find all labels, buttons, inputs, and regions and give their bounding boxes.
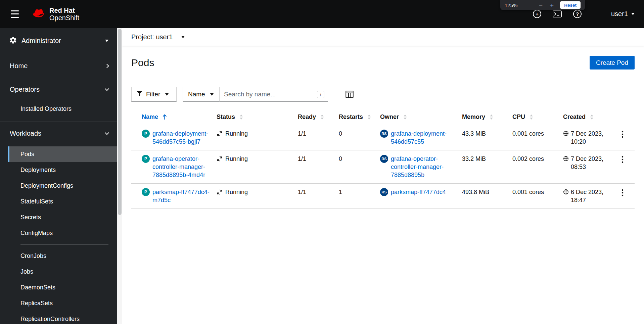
chevron-down-icon [210,93,214,96]
toolbar: Filter Name / [131,87,635,102]
sort-both-icon [403,114,407,120]
table-row: P grafana-deployment-546dd57c55-bgjl7 Ru… [131,125,635,150]
sidebar-scrollbar[interactable] [117,28,122,324]
pod-memory: 493.8 MiB [462,184,512,209]
sidebar-item-daemonsets[interactable]: DaemonSets [0,280,117,295]
brand-line2: OpenShift [49,14,79,21]
pod-name-link[interactable]: grafana-operator-controller-manager-7885… [152,155,214,179]
sort-both-icon [239,114,243,120]
pod-badge: P [142,188,150,196]
zoom-reset-button[interactable]: Reset [560,1,581,9]
pod-cpu: 0.002 cores [512,150,563,184]
search-attribute-dropdown[interactable]: Name [183,87,220,102]
pod-created: 7 Dec 2023, 10:20 [571,130,616,146]
owner-link[interactable]: grafana-operator-controller-manager-7885… [391,155,459,179]
chevron-down-icon [105,131,109,135]
column-header-restarts[interactable]: Restarts [339,109,380,125]
project-selector[interactable]: Project: user1 [131,33,185,41]
nav-label: Operators [10,86,40,93]
chevron-down-icon [631,13,635,15]
kebab-menu-button[interactable] [619,155,626,164]
sidebar-item-installed-operators[interactable]: Installed Operators [0,101,117,117]
owner-link[interactable]: parksmap-ff7477dc4 [391,188,446,196]
sort-both-icon [367,114,371,120]
column-header-owner[interactable]: Owner [380,109,462,125]
user-menu-button[interactable]: user1 [611,10,635,18]
redhat-openshift-logo[interactable]: Red Hat OpenShift [31,7,79,21]
column-header-memory[interactable]: Memory [462,109,512,125]
column-label: Created [563,113,586,121]
project-bar: Project: user1 [122,28,644,46]
pod-badge: P [142,130,150,138]
sidebar-nav: Administrator Home Operators Installed O… [0,28,117,324]
sidebar-item-jobs[interactable]: Jobs [0,264,117,280]
plus-circle-icon[interactable]: + [533,10,541,18]
column-header-cpu[interactable]: CPU [512,109,563,125]
sidebar-item-operators[interactable]: Operators [0,78,117,101]
column-header-created[interactable]: Created [563,109,619,125]
column-header-status[interactable]: Status [217,109,298,125]
sync-running-icon [217,189,223,195]
sidebar-item-replicationcontrollers[interactable]: ReplicationControllers [0,311,117,324]
zoom-in-button[interactable]: + [549,2,554,8]
filter-dropdown[interactable]: Filter [131,87,177,102]
create-pod-button[interactable]: Create Pod [590,56,635,70]
manage-columns-button[interactable] [346,91,354,98]
hamburger-menu-button[interactable] [10,10,20,18]
page-header: Pods Create Pod [122,46,644,70]
sidebar-item-pods[interactable]: Pods [8,146,117,162]
owner-link[interactable]: grafana-deployment-546dd57c55 [391,130,459,146]
nav-list: Home Operators Installed Operators Workl… [0,54,117,324]
pod-cpu: 0.001 cores [512,184,563,209]
sync-running-icon [217,131,223,137]
sidebar-item-deploymentconfigs[interactable]: DeploymentConfigs [0,178,117,194]
kebab-menu-button[interactable] [619,130,626,139]
search-shortcut-hint: / [317,91,324,98]
pod-created: 6 Dec 2023, 18:47 [571,188,616,204]
column-header-name[interactable]: Name [131,109,217,125]
nav-divider [20,244,108,245]
pod-name-link[interactable]: grafana-deployment-546dd57c55-bgjl7 [152,130,214,146]
filter-label: Filter [146,91,160,98]
replicaset-badge: RS [380,155,388,163]
pod-status: Running [225,155,248,163]
column-label: CPU [512,113,525,121]
column-label: Owner [380,113,399,121]
sidebar-item-cronjobs[interactable]: CronJobs [0,248,117,264]
sidebar-item-secrets[interactable]: Secrets [0,210,117,225]
page-title: Pods [131,57,154,69]
project-label: Project: [131,33,154,41]
question-circle-icon[interactable]: ? [573,10,582,18]
pods-table: Name Status Ready Restarts Owner Memory … [131,109,635,209]
search-input[interactable] [224,91,317,98]
pod-badge: P [142,155,150,163]
sort-asc-icon [163,114,167,120]
terminal-icon[interactable] [553,10,562,17]
pod-name-link[interactable]: parksmap-ff7477dc4-m7d5c [152,188,214,204]
pod-created: 7 Dec 2023, 08:53 [571,155,616,171]
sidebar-item-home[interactable]: Home [0,54,117,78]
sort-both-icon [320,114,324,120]
project-value: user1 [156,33,173,41]
column-header-ready[interactable]: Ready [298,109,339,125]
pod-restarts: 0 [339,150,380,184]
scrollbar-thumb[interactable] [118,29,122,215]
nav-label: Home [10,62,28,70]
perspective-switcher[interactable]: Administrator [0,28,117,54]
gear-icon [9,36,17,46]
sidebar-item-replicasets[interactable]: ReplicaSets [0,295,117,311]
sidebar-item-deployments[interactable]: Deployments [0,162,117,178]
table-row: P grafana-operator-controller-manager-78… [131,150,635,184]
zoom-out-button[interactable]: − [538,2,543,8]
globe-timestamp-icon [563,131,569,136]
brand-line1: Red Hat [49,7,79,14]
kebab-menu-button[interactable] [619,188,626,197]
sync-running-icon [217,156,223,162]
column-header-actions [619,109,635,125]
sidebar-item-configmaps[interactable]: ConfigMaps [0,225,117,241]
sidebar-item-workloads[interactable]: Workloads [0,122,117,145]
search-box: / [219,87,328,102]
perspective-label: Administrator [21,37,61,45]
masthead-actions: + ? user1 [533,10,635,18]
sidebar-item-statefulsets[interactable]: StatefulSets [0,194,117,210]
